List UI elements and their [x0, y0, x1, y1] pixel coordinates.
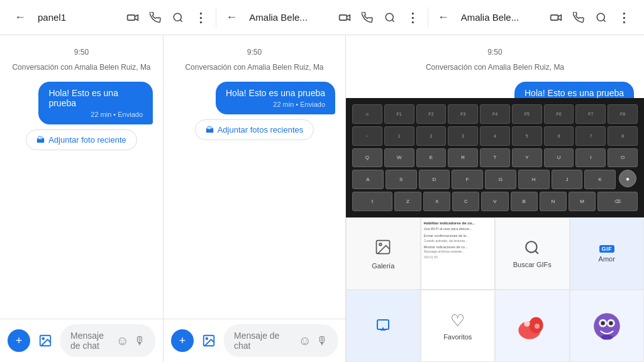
amor-gif-cell[interactable]: GIF Amor [570, 217, 645, 290]
contact-name-3: Amalia Bele... [461, 12, 538, 23]
input-box-2[interactable]: Mensaje de chat ☺ 🎙 [224, 324, 338, 357]
attach-label-1: Adjuntar foto reciente [48, 135, 126, 145]
attach-btn-2[interactable]: 🏔 Adjuntar fotos recientes [195, 119, 314, 140]
favoritos-label: Favoritos [443, 333, 472, 341]
search-gif-label: Buscar GIFs [513, 261, 552, 268]
sticker-2 [592, 311, 622, 341]
image-btn-1[interactable] [35, 331, 55, 351]
search-icon-3[interactable] [591, 8, 611, 28]
svg-point-21 [535, 324, 540, 329]
amor-gif-badge: GIF [599, 245, 615, 253]
bubble-1: Hola! Esto es una prueba 22 min • Enviad… [38, 82, 153, 124]
bubble-text-3: Hola! Esto es una prueba [525, 88, 624, 98]
video-icon-2[interactable] [335, 8, 355, 28]
svg-point-26 [609, 321, 613, 325]
media-overlay: ⎋ F1 F2 F3 F4 F5 F6 F7 F8 ~ 1 2 [346, 98, 644, 362]
svg-point-27 [601, 334, 613, 339]
top-icons-2: ⋮ [335, 8, 423, 28]
meta-1: 22 min • Enviado [48, 111, 143, 118]
more-icon-2[interactable]: ⋮ [402, 8, 423, 28]
mic-btn-1[interactable]: 🎙 [134, 334, 145, 348]
phone-icon-1[interactable] [145, 8, 165, 28]
chat-area-1[interactable]: 9:50 Conversación con Amalia Belen Ruiz,… [0, 35, 163, 319]
key: ⇧ [352, 192, 392, 211]
image-btn-2[interactable] [199, 331, 219, 351]
message-out-1: Hola! Esto es una prueba 22 min • Enviad… [10, 82, 153, 124]
gallery-cell[interactable]: Galería [346, 217, 421, 290]
favoritos-cell[interactable]: ♡ Favoritos [421, 290, 496, 362]
input-placeholder-1: Mensaje de chat [70, 331, 111, 351]
panel-2: 9:50 Conversación con Amalia Belen Ruiz,… [164, 35, 346, 362]
key: Z [394, 192, 421, 211]
message-out-2: Hola! Esto es una prueba 22 min • Enviad… [174, 82, 335, 114]
chat-area-2[interactable]: 9:50 Conversación con Amalia Belen Ruiz,… [164, 35, 345, 319]
key: X [423, 192, 450, 211]
key: N [540, 192, 567, 211]
key: J [552, 170, 583, 189]
top-bar: ← panel1 ⋮ ← Amalia Bele... [0, 0, 644, 35]
panel-3: 9:50 Conversación con Amalia Belen Ruiz,… [346, 35, 644, 362]
phone-icon-2[interactable] [357, 8, 377, 28]
key: 8 [608, 126, 638, 146]
sticker-2-cell[interactable] [570, 290, 645, 362]
attach-btn-1[interactable]: 🏔 Adjuntar foto reciente [26, 129, 137, 150]
back-button-3[interactable]: ← [433, 8, 453, 28]
si-gif-cell[interactable] [346, 290, 421, 362]
svg-point-25 [601, 321, 604, 325]
key: G [485, 170, 516, 189]
svg-point-12 [206, 337, 208, 339]
key: A [352, 170, 384, 189]
key: S [386, 170, 417, 189]
svg-point-1 [174, 13, 182, 21]
svg-line-5 [392, 19, 394, 21]
search-icon-1[interactable] [168, 8, 188, 28]
search-gif-icon [524, 239, 540, 258]
key: B [511, 192, 538, 211]
screenshot-content: Habilitar indicadores de co... Usa Wi-Fi… [424, 221, 492, 287]
key: T [480, 148, 510, 168]
svg-point-7 [597, 13, 604, 21]
gallery-icon [374, 238, 392, 260]
sticker-1 [517, 311, 547, 341]
key: M [569, 192, 596, 211]
search-gif-cell[interactable]: Buscar GIFs [495, 217, 570, 290]
key: D [419, 170, 450, 189]
key: I [575, 148, 606, 168]
key: V [481, 192, 508, 211]
screenshot-cell[interactable]: Habilitar indicadores de co... Usa Wi-Fi… [421, 217, 496, 290]
timestamp-2: 9:50 [174, 48, 335, 57]
more-icon-1[interactable]: ⋮ [191, 8, 211, 28]
bubble-2: Hola! Esto es una prueba 22 min • Enviad… [216, 82, 335, 114]
more-icon-3[interactable]: ⋮ [614, 8, 634, 28]
key: F3 [448, 104, 478, 124]
mic-btn-2[interactable]: 🎙 [316, 334, 328, 348]
key: W [384, 148, 414, 168]
key: H [518, 170, 550, 189]
top-icons-3: ⋮ [546, 8, 634, 28]
add-btn-1[interactable]: + [8, 329, 30, 352]
phone-icon-3[interactable] [569, 8, 589, 28]
si-gif-icon [375, 317, 391, 335]
input-area-1: + Mensaje de chat ☺ 🎙 [0, 319, 163, 362]
video-icon-3[interactable] [546, 8, 566, 28]
input-placeholder-2: Mensaje de chat [234, 331, 294, 351]
top-bar-section-1: ← panel1 ⋮ [5, 8, 216, 28]
emoji-btn-2[interactable]: ☺ [299, 334, 311, 348]
timestamp-3: 9:50 [356, 48, 634, 57]
back-button-2[interactable]: ← [221, 8, 242, 28]
key: 5 [512, 126, 542, 146]
attach-icon-2: 🏔 [206, 125, 214, 134]
keyboard-preview: ⎋ F1 F2 F3 F4 F5 F6 F7 F8 ~ 1 2 [346, 98, 644, 217]
search-icon-2[interactable] [380, 8, 400, 28]
video-icon-1[interactable] [123, 8, 143, 28]
sticker-1-cell[interactable] [495, 290, 570, 362]
emoji-btn-1[interactable]: ☺ [116, 334, 129, 348]
key: F1 [384, 104, 414, 124]
svg-line-8 [603, 19, 605, 21]
key: F8 [608, 104, 638, 124]
input-box-1[interactable]: Mensaje de chat ☺ 🎙 [60, 324, 155, 357]
add-btn-2[interactable]: + [171, 329, 194, 352]
key: ⎋ [352, 104, 382, 124]
svg-rect-3 [339, 14, 347, 19]
back-button-1[interactable]: ← [10, 8, 30, 28]
